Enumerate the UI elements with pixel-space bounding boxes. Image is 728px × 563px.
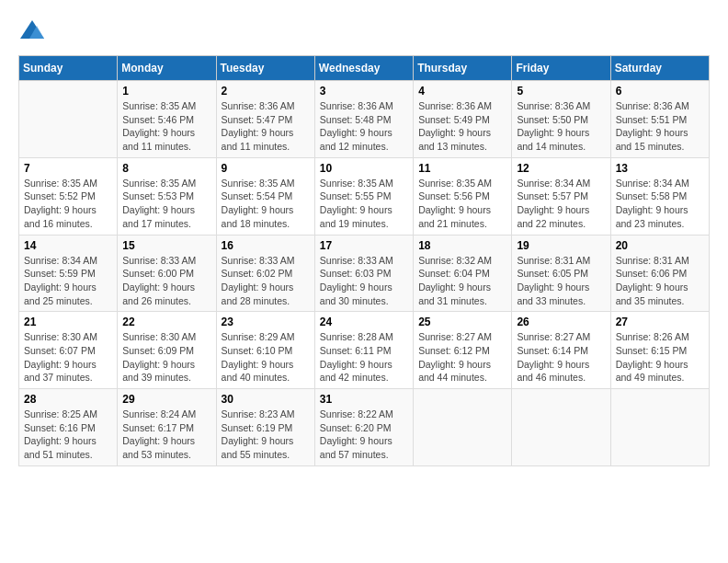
day-info: Sunrise: 8:31 AMSunset: 6:05 PMDaylight:… [517,254,605,308]
day-number: 3 [320,85,408,98]
day-number: 23 [222,316,310,328]
day-info: Sunrise: 8:35 AMSunset: 5:55 PMDaylight:… [320,177,408,231]
day-cell: 15Sunrise: 8:33 AMSunset: 6:00 PMDayligh… [118,235,216,312]
day-number: 24 [320,316,408,328]
day-number: 6 [616,85,704,98]
day-cell: 21Sunrise: 8:30 AMSunset: 6:07 PMDayligh… [19,312,118,389]
day-cell: 19Sunrise: 8:31 AMSunset: 6:05 PMDayligh… [512,235,610,312]
day-number: 10 [320,162,408,175]
day-cell: 29Sunrise: 8:24 AMSunset: 6:17 PMDayligh… [118,389,216,466]
day-cell: 18Sunrise: 8:32 AMSunset: 6:04 PMDayligh… [414,235,512,312]
day-number: 20 [616,239,704,252]
day-number: 8 [122,162,210,175]
day-number: 2 [222,85,310,98]
day-info: Sunrise: 8:35 AMSunset: 5:53 PMDaylight:… [122,177,210,231]
day-cell: 10Sunrise: 8:35 AMSunset: 5:55 PMDayligh… [314,157,413,235]
day-number: 11 [418,162,506,175]
day-number: 27 [616,316,704,328]
day-info: Sunrise: 8:35 AMSunset: 5:46 PMDaylight:… [122,99,210,154]
day-info: Sunrise: 8:34 AMSunset: 5:59 PMDaylight:… [24,254,112,308]
day-cell: 6Sunrise: 8:36 AMSunset: 5:51 PMDaylight… [610,81,709,158]
day-info: Sunrise: 8:30 AMSunset: 6:09 PMDaylight:… [122,330,210,385]
day-cell [610,389,709,466]
page-header [18,18,710,46]
day-cell: 28Sunrise: 8:25 AMSunset: 6:16 PMDayligh… [19,389,118,466]
day-cell: 14Sunrise: 8:34 AMSunset: 5:59 PMDayligh… [19,235,118,312]
day-info: Sunrise: 8:33 AMSunset: 6:00 PMDaylight:… [122,254,210,308]
day-cell: 16Sunrise: 8:33 AMSunset: 6:02 PMDayligh… [216,235,314,312]
day-number: 4 [418,85,506,98]
day-info: Sunrise: 8:35 AMSunset: 5:52 PMDaylight:… [24,177,112,231]
day-header-wednesday: Wednesday [314,56,413,81]
day-cell: 22Sunrise: 8:30 AMSunset: 6:09 PMDayligh… [118,312,216,389]
day-info: Sunrise: 8:27 AMSunset: 6:12 PMDaylight:… [418,330,506,385]
day-number: 28 [24,393,112,406]
day-number: 31 [320,393,408,406]
day-cell: 30Sunrise: 8:23 AMSunset: 6:19 PMDayligh… [216,389,314,466]
day-number: 17 [320,239,408,252]
day-header-monday: Monday [118,56,216,81]
calendar-header: SundayMondayTuesdayWednesdayThursdayFrid… [19,56,710,81]
day-info: Sunrise: 8:26 AMSunset: 6:15 PMDaylight:… [616,330,704,385]
day-header-thursday: Thursday [414,56,512,81]
day-cell: 31Sunrise: 8:22 AMSunset: 6:20 PMDayligh… [314,389,413,466]
day-cell: 2Sunrise: 8:36 AMSunset: 5:47 PMDaylight… [216,81,314,158]
day-header-saturday: Saturday [610,56,709,81]
day-cell: 24Sunrise: 8:28 AMSunset: 6:11 PMDayligh… [314,312,413,389]
day-header-tuesday: Tuesday [216,56,314,81]
day-cell: 23Sunrise: 8:29 AMSunset: 6:10 PMDayligh… [216,312,314,389]
day-info: Sunrise: 8:29 AMSunset: 6:10 PMDaylight:… [222,330,310,385]
day-number: 30 [222,393,310,406]
day-info: Sunrise: 8:35 AMSunset: 5:54 PMDaylight:… [222,177,310,231]
day-number: 5 [517,85,605,98]
day-info: Sunrise: 8:32 AMSunset: 6:04 PMDaylight:… [418,254,506,308]
week-row-4: 21Sunrise: 8:30 AMSunset: 6:07 PMDayligh… [19,312,710,389]
day-info: Sunrise: 8:31 AMSunset: 6:06 PMDaylight:… [616,254,704,308]
day-info: Sunrise: 8:36 AMSunset: 5:47 PMDaylight:… [222,99,310,154]
day-cell: 5Sunrise: 8:36 AMSunset: 5:50 PMDaylight… [512,81,610,158]
day-cell: 3Sunrise: 8:36 AMSunset: 5:48 PMDaylight… [314,81,413,158]
day-cell: 11Sunrise: 8:35 AMSunset: 5:56 PMDayligh… [414,157,512,235]
day-number: 19 [517,239,605,252]
day-info: Sunrise: 8:22 AMSunset: 6:20 PMDaylight:… [320,408,408,462]
day-number: 26 [517,316,605,328]
day-number: 7 [24,162,112,175]
day-cell: 13Sunrise: 8:34 AMSunset: 5:58 PMDayligh… [610,157,709,235]
day-cell: 20Sunrise: 8:31 AMSunset: 6:06 PMDayligh… [610,235,709,312]
day-cell: 1Sunrise: 8:35 AMSunset: 5:46 PMDaylight… [118,81,216,158]
day-number: 16 [222,239,310,252]
day-number: 21 [24,316,112,328]
day-number: 9 [222,162,310,175]
day-header-sunday: Sunday [19,56,118,81]
week-row-5: 28Sunrise: 8:25 AMSunset: 6:16 PMDayligh… [19,389,710,466]
day-info: Sunrise: 8:36 AMSunset: 5:48 PMDaylight:… [320,99,408,154]
day-number: 15 [122,239,210,252]
day-info: Sunrise: 8:24 AMSunset: 6:17 PMDaylight:… [122,408,210,462]
header-row: SundayMondayTuesdayWednesdayThursdayFrid… [19,56,710,81]
day-info: Sunrise: 8:28 AMSunset: 6:11 PMDaylight:… [320,330,408,385]
day-info: Sunrise: 8:30 AMSunset: 6:07 PMDaylight:… [24,330,112,385]
day-cell: 27Sunrise: 8:26 AMSunset: 6:15 PMDayligh… [610,312,709,389]
week-row-2: 7Sunrise: 8:35 AMSunset: 5:52 PMDaylight… [19,157,710,235]
day-number: 12 [517,162,605,175]
day-info: Sunrise: 8:34 AMSunset: 5:58 PMDaylight:… [616,177,704,231]
day-number: 1 [122,85,210,98]
week-row-1: 1Sunrise: 8:35 AMSunset: 5:46 PMDaylight… [19,81,710,158]
day-info: Sunrise: 8:35 AMSunset: 5:56 PMDaylight:… [418,177,506,231]
day-cell: 17Sunrise: 8:33 AMSunset: 6:03 PMDayligh… [314,235,413,312]
day-number: 25 [418,316,506,328]
day-number: 14 [24,239,112,252]
calendar-table: SundayMondayTuesdayWednesdayThursdayFrid… [18,55,710,466]
logo-icon [18,18,46,46]
day-info: Sunrise: 8:36 AMSunset: 5:49 PMDaylight:… [418,99,506,154]
week-row-3: 14Sunrise: 8:34 AMSunset: 5:59 PMDayligh… [19,235,710,312]
day-info: Sunrise: 8:33 AMSunset: 6:03 PMDaylight:… [320,254,408,308]
day-cell [414,389,512,466]
day-cell [19,81,118,158]
day-info: Sunrise: 8:36 AMSunset: 5:50 PMDaylight:… [517,99,605,154]
day-number: 18 [418,239,506,252]
day-number: 13 [616,162,704,175]
day-cell: 12Sunrise: 8:34 AMSunset: 5:57 PMDayligh… [512,157,610,235]
calendar-body: 1Sunrise: 8:35 AMSunset: 5:46 PMDaylight… [19,81,710,466]
day-cell: 7Sunrise: 8:35 AMSunset: 5:52 PMDaylight… [19,157,118,235]
